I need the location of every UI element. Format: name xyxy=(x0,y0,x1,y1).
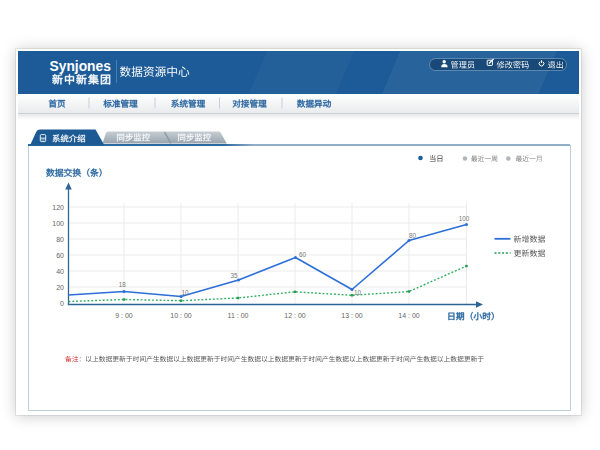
svg-text:12 : 00: 12 : 00 xyxy=(284,312,306,319)
svg-text:60: 60 xyxy=(299,251,307,258)
svg-text:20: 20 xyxy=(56,284,64,291)
svg-text:18: 18 xyxy=(119,281,127,288)
svg-text:0: 0 xyxy=(60,300,64,307)
svg-text:10: 10 xyxy=(181,289,189,296)
svg-text:100: 100 xyxy=(459,215,470,222)
svg-text:10: 10 xyxy=(354,289,362,296)
svg-text:60: 60 xyxy=(56,252,64,259)
svg-text:Synjones: Synjones xyxy=(50,59,112,74)
svg-text:14 : 00: 14 : 00 xyxy=(398,312,420,319)
svg-text:10 : 00: 10 : 00 xyxy=(170,312,192,319)
svg-text:80: 80 xyxy=(409,232,417,239)
svg-text:9 : 00: 9 : 00 xyxy=(115,312,133,319)
svg-text:100: 100 xyxy=(52,220,64,227)
svg-text:13 : 00: 13 : 00 xyxy=(341,312,363,319)
svg-text:80: 80 xyxy=(56,236,64,243)
svg-text:11 : 00: 11 : 00 xyxy=(228,312,249,319)
svg-text:40: 40 xyxy=(56,268,64,275)
svg-text:120: 120 xyxy=(52,204,64,211)
svg-text:35: 35 xyxy=(230,272,238,279)
